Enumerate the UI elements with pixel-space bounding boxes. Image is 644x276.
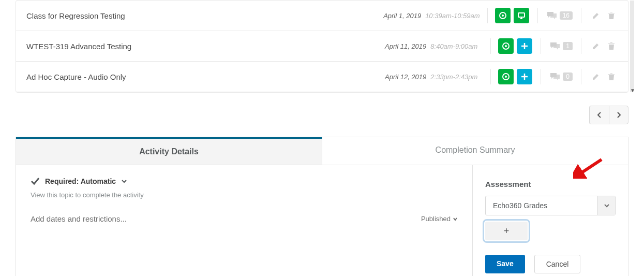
present-icon[interactable] xyxy=(514,8,529,23)
svg-point-6 xyxy=(505,76,507,78)
scroll-down-icon[interactable]: ▼ xyxy=(630,88,635,93)
target-icon[interactable] xyxy=(498,38,514,54)
annotation-arrow-icon xyxy=(573,158,604,181)
next-page-button[interactable] xyxy=(609,106,628,124)
assessment-heading: Assessment xyxy=(485,180,616,188)
class-date: April 12, 2019 xyxy=(382,73,426,81)
comments-badge: 0 xyxy=(563,72,573,81)
published-dropdown[interactable]: Published xyxy=(421,215,458,223)
divider xyxy=(541,69,541,84)
activity-details-body: Required: Automatic View this topic to c… xyxy=(16,165,473,276)
tab-activity-details[interactable]: Activity Details xyxy=(16,137,322,165)
required-row[interactable]: Required: Automatic xyxy=(31,177,458,186)
class-actions: 0 xyxy=(498,69,618,84)
comments-badge: 1 xyxy=(563,42,573,50)
plus-icon[interactable] xyxy=(517,38,532,54)
divider xyxy=(581,38,581,54)
trash-icon[interactable] xyxy=(605,9,618,22)
divider xyxy=(541,38,541,54)
add-assessment-button[interactable]: + xyxy=(485,222,528,240)
comments-badge: 16 xyxy=(560,11,573,20)
activity-panel: Activity Details Completion Summary Requ… xyxy=(16,137,628,276)
divider xyxy=(581,8,581,23)
trash-icon[interactable] xyxy=(605,40,618,52)
edit-icon[interactable] xyxy=(590,40,602,52)
divider xyxy=(537,8,538,23)
chevron-down-icon xyxy=(453,216,458,222)
class-time: 10:39am-10:59am xyxy=(425,12,480,20)
class-row: Ad Hoc Capture - Audio Only April 12, 20… xyxy=(16,62,628,92)
required-label: Required: Automatic xyxy=(45,177,116,185)
class-row: Class for Regression Testing April 1, 20… xyxy=(16,1,628,31)
tab-row: Activity Details Completion Summary xyxy=(16,137,628,165)
class-date: April 1, 2019 xyxy=(377,12,421,20)
divider xyxy=(490,69,491,84)
divider xyxy=(487,8,488,23)
comments-icon xyxy=(549,72,561,81)
class-title[interactable]: Ad Hoc Capture - Audio Only xyxy=(26,72,382,81)
add-dates-link[interactable]: Add dates and restrictions... xyxy=(31,214,127,223)
svg-point-1 xyxy=(502,14,504,17)
published-label: Published xyxy=(421,215,451,223)
class-time: 2:33pm-2:43pm xyxy=(430,73,483,81)
plus-icon[interactable] xyxy=(517,69,532,84)
comments-count[interactable]: 1 xyxy=(549,41,573,51)
edit-icon[interactable] xyxy=(590,9,602,22)
prev-page-button[interactable] xyxy=(589,106,609,124)
chevron-down-icon[interactable] xyxy=(121,178,127,184)
comments-icon xyxy=(546,11,558,20)
scrollbar[interactable] xyxy=(630,1,634,92)
class-time: 8:40am-9:00am xyxy=(430,42,483,50)
check-icon xyxy=(31,177,40,186)
class-title[interactable]: Class for Regression Testing xyxy=(26,11,377,20)
svg-line-7 xyxy=(580,159,602,173)
svg-rect-2 xyxy=(518,13,525,17)
class-list: Class for Regression Testing April 1, 20… xyxy=(16,0,628,93)
save-button[interactable]: Save xyxy=(485,255,525,273)
assessment-selected-value: Echo360 Grades xyxy=(486,196,597,215)
target-icon[interactable] xyxy=(498,69,514,84)
assessment-select[interactable]: Echo360 Grades xyxy=(485,196,616,215)
comments-count[interactable]: 16 xyxy=(546,11,573,20)
target-icon[interactable] xyxy=(495,8,511,23)
class-row: WTEST-319 Advanced Testing April 11, 201… xyxy=(16,31,628,62)
pager xyxy=(16,106,628,124)
divider xyxy=(581,69,581,84)
svg-point-4 xyxy=(505,45,507,47)
assessment-panel: Assessment Echo360 Grades + Save Cancel xyxy=(473,165,628,276)
chevron-down-icon xyxy=(597,196,615,215)
class-title[interactable]: WTEST-319 Advanced Testing xyxy=(26,42,382,51)
edit-icon[interactable] xyxy=(590,70,602,83)
cancel-button[interactable]: Cancel xyxy=(534,255,581,273)
class-date: April 11, 2019 xyxy=(382,42,426,50)
required-description: View this topic to complete the activity xyxy=(31,191,458,199)
class-actions: 1 xyxy=(498,38,618,54)
divider xyxy=(490,38,491,54)
class-actions: 16 xyxy=(495,8,618,23)
trash-icon[interactable] xyxy=(605,70,618,83)
comments-count[interactable]: 0 xyxy=(549,72,573,81)
comments-icon xyxy=(549,41,561,51)
